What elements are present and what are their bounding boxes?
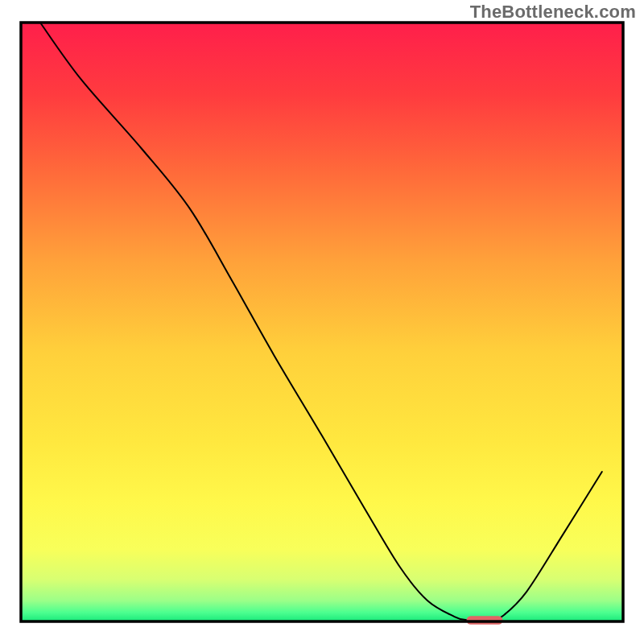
bottleneck-chart: TheBottleneck.com xyxy=(0,0,644,644)
watermark-text: TheBottleneck.com xyxy=(470,2,636,23)
gradient-background xyxy=(21,23,623,621)
chart-svg xyxy=(0,0,644,644)
